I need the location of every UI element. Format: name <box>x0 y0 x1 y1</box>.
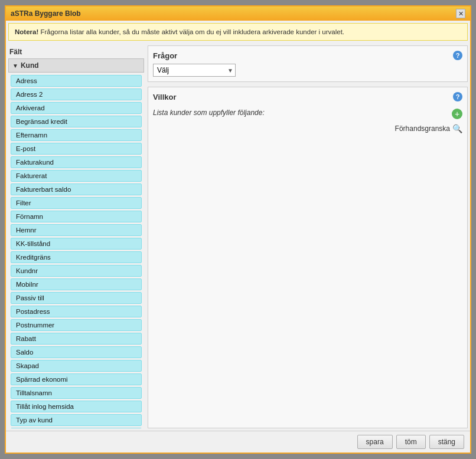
field-rabatt[interactable]: Rabatt <box>11 333 142 345</box>
villkor-section: Villkor ? Lista kunder som uppfyller föl… <box>148 87 468 428</box>
fraagor-select[interactable]: Välj <box>153 64 236 77</box>
villkor-body: Lista kunder som uppfyller följande: + <box>153 106 462 122</box>
field-tilltalsnamn[interactable]: Tilltalsnamn <box>11 387 142 399</box>
main-window: aSTRa Byggare Blob ✕ Notera! Frågorna li… <box>5 5 471 454</box>
save-button[interactable]: spara <box>357 435 393 449</box>
fraagor-title-row: Frågor ? <box>153 51 462 60</box>
field-adress[interactable]: Adress <box>11 75 142 87</box>
field-kreditgrans[interactable]: Kreditgräns <box>11 251 142 263</box>
field-tillat-inlog-hemsida[interactable]: Tillåt inlog hemsida <box>11 401 142 412</box>
fraagor-section: Frågor ? Välj ▼ <box>148 45 468 82</box>
right-panel: Frågor ? Välj ▼ Villkor ? <box>148 45 468 428</box>
add-condition-button[interactable]: + <box>452 109 462 119</box>
kund-arrow-icon: ▼ <box>12 63 18 69</box>
villkor-body-text: Lista kunder som uppfyller följande: <box>153 109 265 117</box>
main-area: Fält ▼ Kund Adress Adress 2 Arkiverad Be… <box>6 43 470 431</box>
clear-button[interactable]: töm <box>396 435 426 449</box>
kund-toggle[interactable]: ▼ Kund <box>8 58 144 73</box>
footer: spara töm stäng <box>6 431 470 453</box>
preview-row: Förhandsgranska 🔍 <box>153 122 462 136</box>
field-epost[interactable]: E-post <box>11 143 142 155</box>
close-window-button[interactable]: ✕ <box>456 9 465 18</box>
window-title: aSTRa Byggare Blob <box>11 9 81 18</box>
fraagor-help-icon[interactable]: ? <box>453 51 462 60</box>
kund-section: ▼ Kund Adress Adress 2 Arkiverad Begräns… <box>8 58 144 428</box>
villkor-title-row: Villkor ? <box>153 92 462 101</box>
villkor-help-icon[interactable]: ? <box>453 92 462 101</box>
notice-prefix: Notera! <box>15 28 38 35</box>
notice-text: Frågorna listar alla kunder, så du måste… <box>40 28 344 35</box>
field-mobilnr[interactable]: Mobilnr <box>11 278 142 290</box>
field-andrad[interactable]: Ändrad <box>11 428 142 428</box>
left-panel: Fält ▼ Kund Adress Adress 2 Arkiverad Be… <box>8 45 144 428</box>
field-filter[interactable]: Filter <box>11 197 142 209</box>
title-bar: aSTRa Byggare Blob ✕ <box>6 6 470 21</box>
fraagor-select-wrapper: Välj ▼ <box>153 64 236 77</box>
field-fakturerbart-saldo[interactable]: Fakturerbart saldo <box>11 183 142 195</box>
field-saldo[interactable]: Saldo <box>11 346 142 358</box>
villkor-header: Villkor ? <box>153 92 462 101</box>
field-skapad[interactable]: Skapad <box>11 360 142 372</box>
kund-items: Adress Adress 2 Arkiverad Begränsad kred… <box>8 73 144 428</box>
preview-search-icon[interactable]: 🔍 <box>452 124 462 133</box>
close-button[interactable]: stäng <box>429 435 464 449</box>
kund-label: Kund <box>21 61 39 70</box>
field-postadress[interactable]: Postadress <box>11 306 142 317</box>
field-fakturerat[interactable]: Fakturerat <box>11 170 142 182</box>
field-fakturakund[interactable]: Fakturakund <box>11 156 142 168</box>
fraagor-title: Frågor <box>153 51 177 60</box>
field-begransad-kredit[interactable]: Begränsad kredit <box>11 116 142 127</box>
field-fornamn[interactable]: Förnamn <box>11 211 142 222</box>
notice-bar: Notera! Frågorna listar alla kunder, så … <box>8 23 468 41</box>
field-passiv-till[interactable]: Passiv till <box>11 292 142 304</box>
field-typ-av-kund[interactable]: Typ av kund <box>11 414 142 426</box>
villkor-title: Villkor <box>153 93 177 101</box>
field-sparrad-ekonomi[interactable]: Spärrad ekonomi <box>11 373 142 385</box>
field-kundnr[interactable]: Kundnr <box>11 265 142 277</box>
field-hemnr[interactable]: Hemnr <box>11 224 142 236</box>
field-arkiverad[interactable]: Arkiverad <box>11 102 142 114</box>
field-postnummer[interactable]: Postnummer <box>11 319 142 331</box>
field-adress2[interactable]: Adress 2 <box>11 88 142 100</box>
fields-header: Fält <box>8 45 144 58</box>
field-kk-tillstand[interactable]: KK-tillstånd <box>11 238 142 250</box>
field-efternamn[interactable]: Efternamn <box>11 129 142 141</box>
preview-link[interactable]: Förhandsgranska <box>395 124 450 133</box>
